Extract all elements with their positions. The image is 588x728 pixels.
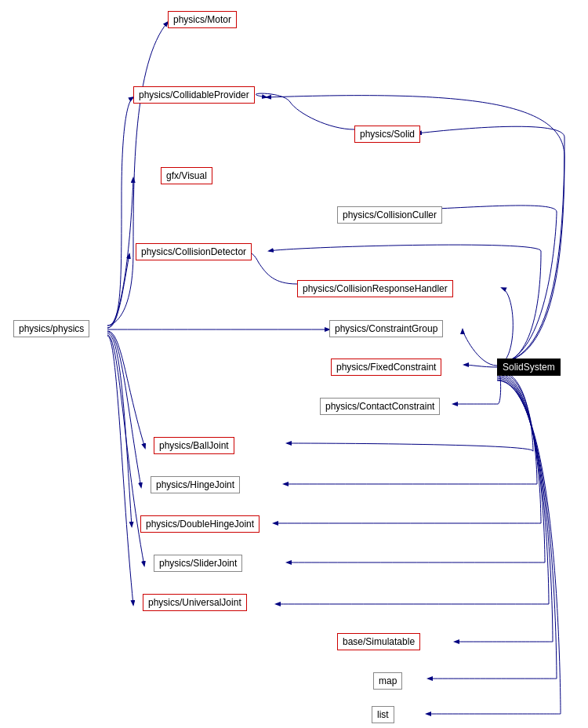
diagram-container: physics/physicsphysics/Motorphysics/Coll… [0, 0, 588, 728]
node-physics_HingeJoint: physics/HingeJoint [151, 476, 240, 493]
node-physics_Solid: physics/Solid [354, 126, 420, 143]
node-physics_ContactConstraint: physics/ContactConstraint [320, 398, 440, 415]
node-physics_CollisionCuller: physics/CollisionCuller [337, 206, 442, 224]
node-physics_BallJoint: physics/BallJoint [154, 437, 234, 454]
node-base_Simulatable: base/Simulatable [337, 633, 420, 650]
node-SolidSystem: SolidSystem [497, 359, 561, 376]
node-physics_CollisionDetector: physics/CollisionDetector [136, 243, 252, 260]
node-physics_UniversalJoint: physics/UniversalJoint [143, 594, 247, 611]
node-physics_physics: physics/physics [13, 320, 89, 337]
node-physics_ConstraintGroup: physics/ConstraintGroup [329, 320, 443, 337]
node-list: list [372, 706, 394, 723]
node-physics_Motor: physics/Motor [168, 11, 237, 28]
node-physics_FixedConstraint: physics/FixedConstraint [331, 359, 441, 376]
node-map: map [373, 672, 402, 690]
node-physics_CollisionResponseHandler: physics/CollisionResponseHandler [297, 280, 453, 297]
node-physics_SliderJoint: physics/SliderJoint [154, 555, 242, 572]
node-physics_CollidableProvider: physics/CollidableProvider [133, 86, 255, 104]
node-physics_DoubleHingeJoint: physics/DoubleHingeJoint [140, 515, 260, 533]
node-gfx_Visual: gfx/Visual [161, 167, 212, 184]
